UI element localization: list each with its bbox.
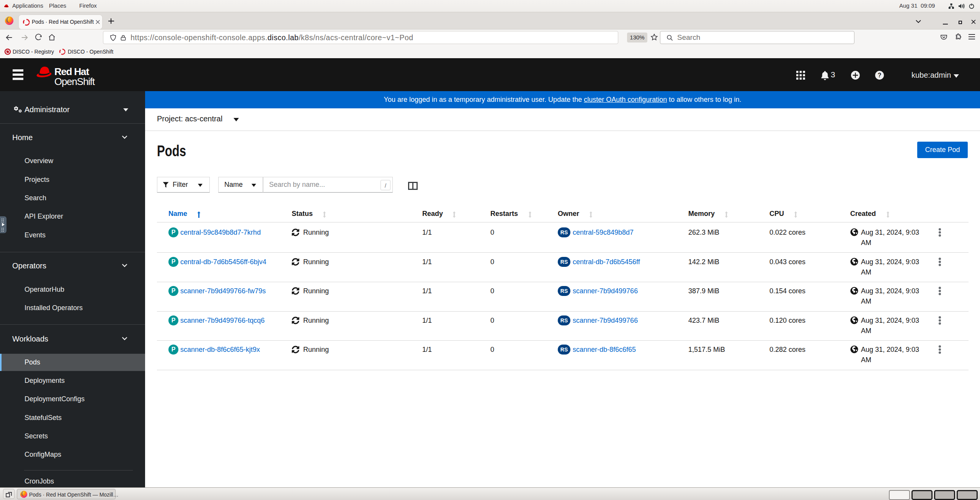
svg-text:?: ? xyxy=(878,72,882,78)
